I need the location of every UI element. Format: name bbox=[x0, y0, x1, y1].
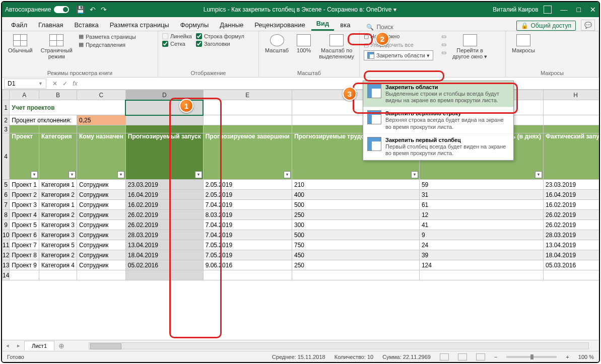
tab-home[interactable]: Главная bbox=[33, 19, 68, 31]
deviation-value[interactable]: 0,25 bbox=[77, 115, 126, 125]
planned-start[interactable]: 18.04.2019 bbox=[125, 250, 203, 260]
planned-start[interactable]: 26.02.2019 bbox=[125, 210, 203, 220]
filter-icon[interactable]: ▾ bbox=[69, 171, 76, 178]
table-header[interactable]: Кому назначен▾ bbox=[77, 133, 126, 180]
planned-end[interactable]: 9.06.2016 bbox=[203, 260, 292, 270]
zoom-selection-button[interactable]: Масштаб по выделенному bbox=[317, 33, 356, 60]
cell[interactable] bbox=[39, 270, 77, 280]
show-gridlines-checkbox[interactable]: Сетка bbox=[162, 41, 192, 47]
table-header[interactable]: Категория▾ bbox=[39, 133, 77, 180]
planned-days[interactable]: 41 bbox=[419, 220, 543, 230]
assignee[interactable]: Сотрудник bbox=[77, 220, 126, 230]
category[interactable]: Категория 3 bbox=[39, 230, 77, 240]
planned-days[interactable]: 124 bbox=[419, 260, 543, 270]
formula-input[interactable] bbox=[82, 83, 599, 85]
cell[interactable] bbox=[10, 270, 39, 280]
category[interactable]: Категория 2 bbox=[39, 210, 77, 220]
show-headings-checkbox[interactable]: Заголовки bbox=[196, 41, 244, 47]
filter-icon[interactable]: ▾ bbox=[535, 171, 542, 178]
view-pagebreak-button[interactable]: Страничный режим bbox=[39, 33, 75, 60]
sheet-nav-next[interactable]: ▸ bbox=[13, 342, 24, 349]
filter-icon[interactable]: ▾ bbox=[411, 171, 418, 178]
row-header[interactable]: 5 bbox=[3, 180, 10, 190]
planned-start[interactable]: 16.02.2019 bbox=[125, 200, 203, 210]
cell[interactable] bbox=[77, 270, 126, 280]
planned-days[interactable]: 39 bbox=[419, 250, 543, 260]
row-header[interactable]: 1 bbox=[3, 100, 10, 115]
category[interactable]: Категория 4 bbox=[39, 260, 77, 270]
cell[interactable] bbox=[203, 125, 292, 133]
freeze-first-col-option[interactable]: Закрепить первый столбецПервый столбец в… bbox=[363, 134, 513, 160]
assignee[interactable]: Сотрудник bbox=[77, 200, 126, 210]
col-header-h[interactable]: H bbox=[544, 90, 599, 100]
category[interactable]: Категория 1 bbox=[39, 200, 77, 210]
project-name[interactable]: Проект 7 bbox=[10, 240, 39, 250]
col-header-b[interactable]: B bbox=[39, 90, 77, 100]
planned-days[interactable]: 24 bbox=[419, 240, 543, 250]
col-header-c[interactable]: C bbox=[77, 90, 126, 100]
cell[interactable] bbox=[544, 115, 599, 125]
project-name[interactable]: Проект 6 bbox=[10, 230, 39, 240]
row-header[interactable]: 7 bbox=[3, 200, 10, 210]
actual-start[interactable]: 26.02.2019 bbox=[544, 220, 599, 230]
planned-days[interactable]: 12 bbox=[419, 210, 543, 220]
row-header[interactable]: 8 bbox=[3, 210, 10, 220]
actual-start[interactable]: 13.04.2019 bbox=[544, 240, 599, 250]
view-normal-button[interactable]: Обычный bbox=[6, 33, 35, 54]
table-header[interactable]: Фактический запуск▾ bbox=[544, 133, 599, 180]
cell[interactable] bbox=[77, 125, 126, 133]
autosave-toggle[interactable] bbox=[54, 6, 69, 13]
sheet-nav-prev[interactable]: ◂ bbox=[2, 342, 13, 349]
project-name[interactable]: Проект 4 bbox=[10, 210, 39, 220]
planned-end[interactable]: 2.05.2019 bbox=[203, 180, 292, 190]
actual-start[interactable]: 05.03.2016 bbox=[544, 260, 599, 270]
planned-days[interactable]: 31 bbox=[419, 190, 543, 200]
user-name[interactable]: Виталий Каиров bbox=[493, 6, 539, 13]
cell[interactable] bbox=[203, 115, 292, 125]
ribbon-options-icon[interactable] bbox=[544, 6, 552, 14]
planned-end[interactable]: 7.05.2019 bbox=[203, 250, 292, 260]
tab-insert[interactable]: Вставка bbox=[69, 19, 103, 31]
planned-end[interactable]: 7.05.2019 bbox=[203, 240, 292, 250]
assignee[interactable]: Сотрудник bbox=[77, 190, 126, 200]
row-header[interactable]: 10 bbox=[3, 230, 10, 240]
actual-start[interactable]: 18.04.2019 bbox=[544, 250, 599, 260]
cell[interactable] bbox=[544, 270, 599, 280]
planned-start[interactable]: 05.02.2016 bbox=[125, 260, 203, 270]
cell[interactable] bbox=[203, 270, 292, 280]
enter-icon[interactable]: ✓ bbox=[60, 80, 70, 87]
actual-start[interactable]: 23.03.2019 bbox=[544, 180, 599, 190]
filter-icon[interactable]: ▾ bbox=[195, 171, 202, 178]
view-layout-icon[interactable] bbox=[458, 353, 467, 360]
category[interactable]: Категория 2 bbox=[39, 250, 77, 260]
actual-start[interactable]: 16.02.2019 bbox=[544, 200, 599, 210]
zoom-slider[interactable] bbox=[506, 356, 557, 358]
share-button[interactable]: 🔒 Общий доступ bbox=[516, 21, 576, 31]
category[interactable]: Категория 1 bbox=[39, 180, 77, 190]
planned-days[interactable]: 59 bbox=[419, 180, 543, 190]
row-header[interactable]: 3 bbox=[3, 125, 10, 133]
row-header[interactable]: 13 bbox=[3, 260, 10, 270]
planned-hours[interactable]: 300 bbox=[292, 220, 419, 230]
assignee[interactable]: Сотрудник bbox=[77, 230, 126, 240]
tab-help[interactable]: вка bbox=[335, 19, 355, 31]
planned-start[interactable]: 13.04.2019 bbox=[125, 240, 203, 250]
col-header-a[interactable]: A bbox=[10, 90, 39, 100]
category[interactable]: Категория 3 bbox=[39, 220, 77, 230]
category[interactable]: Категория 5 bbox=[39, 240, 77, 250]
save-icon[interactable]: 💾 bbox=[76, 6, 85, 14]
cell[interactable] bbox=[39, 125, 77, 133]
zoom-out-button[interactable]: − bbox=[494, 354, 497, 360]
planned-end[interactable]: 7.04.2019 bbox=[203, 200, 292, 210]
cell[interactable] bbox=[10, 125, 39, 133]
zoom-value[interactable]: 100 % bbox=[578, 354, 594, 360]
planned-hours[interactable]: 750 bbox=[292, 240, 419, 250]
table-header[interactable]: Проект▾ bbox=[10, 133, 39, 180]
zoom-100-button[interactable]: 100% bbox=[295, 33, 313, 54]
planned-days[interactable]: 61 bbox=[419, 200, 543, 210]
planned-hours[interactable]: 450 bbox=[292, 250, 419, 260]
deviation-label[interactable]: Процент отклонения: bbox=[10, 115, 77, 125]
tab-data[interactable]: Данные bbox=[215, 19, 248, 31]
cell[interactable] bbox=[125, 115, 203, 125]
tab-formulas[interactable]: Формулы bbox=[175, 19, 214, 31]
